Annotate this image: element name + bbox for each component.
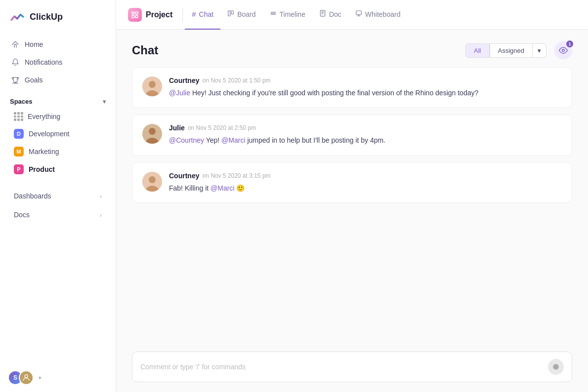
sidebar-item-goals[interactable]: Goals — [6, 71, 110, 89]
sidebar-footer: S ▾ — [0, 363, 116, 392]
tab-divider — [182, 7, 183, 22]
space-item-product[interactable]: P Product — [4, 160, 112, 178]
nav-goals-label: Goals — [25, 76, 43, 84]
marketing-dot: M — [14, 147, 24, 157]
space-item-marketing[interactable]: M Marketing — [4, 143, 112, 160]
dashboards-label: Dashboards — [14, 192, 51, 200]
avatar-courtney-1 — [142, 77, 162, 96]
tab-whiteboard[interactable]: Whiteboard — [348, 0, 408, 30]
footer-chevron-icon: ▾ — [39, 375, 42, 381]
space-item-everything[interactable]: Everything — [4, 108, 112, 125]
sidebar-item-docs[interactable]: Docs › — [4, 206, 112, 224]
tab-board-label: Board — [237, 10, 255, 18]
svg-rect-2 — [135, 12, 138, 14]
chat-title: Chat — [132, 43, 158, 57]
avatar-secondary — [19, 370, 34, 385]
message-2-body-after: jumped in to help but I'll be posting it… — [247, 136, 385, 144]
message-3-header: Courtney on Nov 5 2020 at 3:15 pm — [169, 172, 562, 180]
grid-icon — [14, 112, 23, 121]
spaces-list: Everything D Development M Marketing P P… — [0, 108, 116, 178]
logo[interactable]: ClickUp — [0, 0, 116, 34]
tab-board[interactable]: Board — [220, 0, 262, 30]
svg-point-25 — [149, 176, 156, 183]
product-dot: P — [14, 164, 24, 174]
spaces-header[interactable]: Spaces ▾ — [0, 91, 116, 108]
mention-courtney: @Courtney — [169, 136, 204, 144]
project-name: Project — [146, 10, 172, 19]
space-marketing-label: Marketing — [29, 148, 59, 156]
comment-placeholder-text[interactable]: Comment or type '/' for commands — [140, 363, 543, 371]
message-1-time: on Nov 5 2020 at 1:50 pm — [202, 77, 270, 84]
message-1-content: Courtney on Nov 5 2020 at 1:50 pm @Julie… — [169, 77, 562, 98]
avatar-julie — [142, 124, 162, 144]
tab-timeline[interactable]: Timeline — [263, 0, 312, 30]
eye-icon — [559, 46, 568, 55]
chat-filters: All Assigned ▾ — [465, 43, 546, 58]
spaces-label: Spaces — [10, 98, 33, 105]
space-item-development[interactable]: D Development — [4, 125, 112, 143]
tab-chat[interactable]: # Chat — [185, 0, 220, 30]
filter-dropdown-button[interactable]: ▾ — [533, 43, 546, 58]
chat-section: Chat All Assigned ▾ 1 — [116, 30, 588, 344]
svg-point-17 — [562, 49, 565, 52]
message-3: Courtney on Nov 5 2020 at 3:15 pm Fab! K… — [132, 162, 572, 203]
bell-icon — [11, 58, 20, 67]
message-2-content: Julie on Nov 5 2020 at 2:50 pm @Courtney… — [169, 124, 562, 146]
message-2-text: @Courtney Yep! @Marci jumped in to help … — [169, 135, 562, 146]
tab-whiteboard-label: Whiteboard — [365, 10, 401, 18]
home-icon — [11, 40, 20, 49]
filter-all-button[interactable]: All — [465, 43, 489, 58]
chevron-down-icon: ▾ — [538, 47, 541, 54]
svg-point-22 — [149, 128, 156, 135]
svg-point-19 — [149, 81, 156, 88]
tab-doc-label: Doc — [329, 10, 341, 18]
clickup-logo-icon — [10, 9, 26, 25]
sidebar-item-notifications[interactable]: Notifications — [6, 53, 110, 71]
docs-arrow-icon: › — [100, 211, 102, 219]
message-2-author: Julie — [169, 124, 185, 132]
message-3-time: on Nov 5 2020 at 3:15 pm — [202, 172, 270, 179]
spaces-chevron-icon: ▾ — [103, 98, 106, 105]
mention-julie: @Julie — [169, 89, 190, 97]
svg-rect-1 — [132, 12, 134, 14]
sidebar: ClickUp Home Notifications Goals Spaces … — [0, 0, 116, 392]
board-tab-icon — [227, 10, 234, 18]
svg-rect-4 — [135, 15, 138, 18]
mention-marci-1: @Marci — [221, 136, 245, 144]
project-title: Project — [128, 8, 172, 22]
sidebar-item-dashboards[interactable]: Dashboards › — [4, 187, 112, 205]
svg-point-27 — [553, 364, 559, 370]
whiteboard-tab-icon — [355, 10, 362, 18]
tab-chat-label: Chat — [199, 10, 214, 18]
message-1: Courtney on Nov 5 2020 at 1:50 pm @Julie… — [132, 67, 572, 108]
message-2-body-pre: Yep! — [206, 136, 221, 144]
space-development-label: Development — [29, 130, 70, 138]
nav-section: Home Notifications Goals — [0, 34, 116, 91]
filter-assigned-button[interactable]: Assigned — [490, 43, 533, 58]
message-1-header: Courtney on Nov 5 2020 at 1:50 pm — [169, 77, 562, 84]
message-3-author: Courtney — [169, 172, 199, 180]
svg-rect-14 — [356, 11, 362, 15]
mention-marci-2: @Marci — [210, 184, 234, 192]
topbar: Project # Chat Board Timeline Doc — [116, 0, 588, 30]
svg-point-0 — [25, 375, 28, 378]
message-3-text: Fab! Killing it @Marci 🙂 — [169, 183, 562, 194]
message-3-body-emoji: 🙂 — [236, 184, 245, 192]
avatar-courtney-2 — [142, 172, 162, 192]
message-1-text: @Julie Hey! Just checking if you're stil… — [169, 87, 562, 98]
message-3-body-pre: Fab! Killing it — [169, 184, 210, 192]
svg-rect-5 — [228, 11, 230, 16]
message-2-header: Julie on Nov 5 2020 at 2:50 pm — [169, 124, 562, 132]
comment-area: Comment or type '/' for commands — [116, 344, 588, 392]
sidebar-item-home[interactable]: Home — [6, 36, 110, 53]
message-2: Julie on Nov 5 2020 at 2:50 pm @Courtney… — [132, 115, 572, 155]
send-button[interactable] — [548, 359, 564, 375]
watch-button[interactable]: 1 — [554, 41, 572, 59]
chat-tab-icon: # — [192, 10, 196, 18]
message-1-body: Hey! Just checking if you're still good … — [192, 89, 478, 97]
nav-notifications-label: Notifications — [25, 58, 62, 66]
avatar-stack: S — [8, 370, 34, 385]
main-content: Project # Chat Board Timeline Doc — [116, 0, 588, 392]
doc-tab-icon — [319, 10, 326, 18]
tab-doc[interactable]: Doc — [312, 0, 348, 30]
